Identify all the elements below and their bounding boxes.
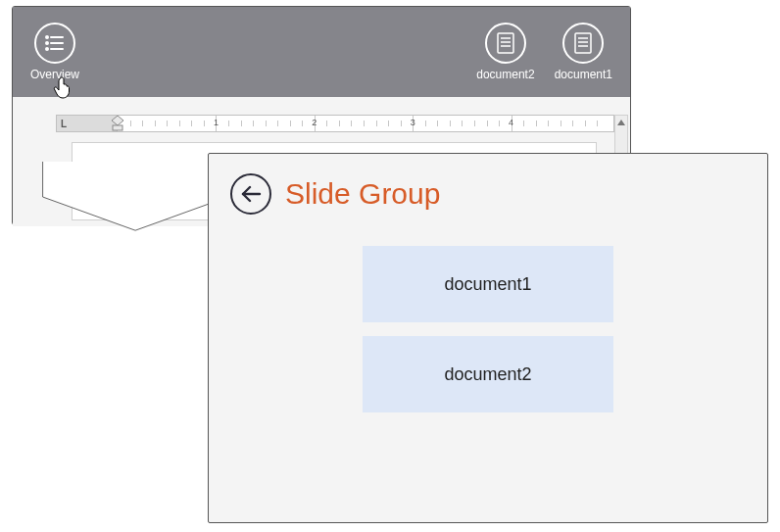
svg-point-4 [46, 48, 48, 50]
indent-marker[interactable] [111, 115, 124, 132]
slide-group-title: Slide Group [285, 177, 440, 211]
horizontal-ruler[interactable]: L 1234 [56, 115, 614, 132]
slide-tile-label: document2 [444, 364, 531, 385]
toolbar-doc-button[interactable]: document1 [549, 19, 618, 85]
cursor-hand-icon [53, 76, 73, 104]
slide-group-window: Slide Group document1 document2 [208, 153, 768, 523]
svg-point-2 [46, 42, 48, 44]
list-icon [34, 23, 75, 64]
overview-button[interactable]: Overview [24, 19, 85, 85]
slide-group-header: Slide Group [209, 154, 767, 222]
toolbar: Overview document2 [13, 7, 630, 97]
document-icon [485, 23, 526, 64]
svg-rect-15 [113, 125, 122, 130]
toolbar-doc-label: document2 [476, 68, 534, 81]
slide-group-body: document1 document2 [209, 222, 767, 412]
slide-tile-label: document1 [444, 274, 531, 295]
toolbar-doc-button[interactable]: document2 [470, 19, 540, 85]
svg-point-0 [46, 36, 48, 38]
slide-tile[interactable]: document2 [363, 336, 613, 412]
svg-marker-16 [617, 120, 625, 125]
svg-rect-6 [498, 33, 513, 53]
toolbar-doc-label: document1 [555, 68, 612, 81]
arrow-left-icon [240, 185, 262, 203]
document-icon [562, 23, 604, 64]
svg-marker-14 [112, 116, 123, 125]
svg-rect-10 [575, 33, 591, 53]
scroll-up-icon[interactable] [615, 116, 627, 129]
slide-tile[interactable]: document1 [363, 246, 613, 322]
back-button[interactable] [230, 173, 271, 215]
